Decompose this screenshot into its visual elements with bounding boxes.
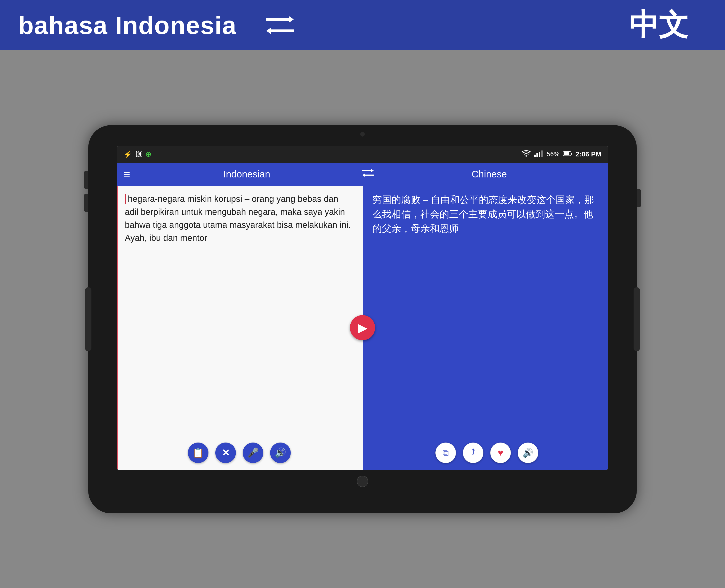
target-panel: 穷国的腐败 – 自由和公平的态度来改变这个国家，那么我相信，社会的三个主要成员可… <box>363 186 608 470</box>
text-cursor <box>125 194 126 204</box>
source-text[interactable]: hegara-negara miskin korupsi – orang yan… <box>125 192 354 438</box>
copy-icon: ⧉ <box>443 448 449 458</box>
main-area: ⚡ 🖼 ⊕ <box>0 50 725 588</box>
svg-rect-5 <box>539 152 540 157</box>
translate-fab-icon: ▶ <box>358 320 367 335</box>
target-speaker-button[interactable]: 🔊 <box>518 443 538 463</box>
svg-rect-6 <box>541 150 543 157</box>
mic-icon: 🎤 <box>247 447 259 458</box>
source-actions: 📋 ✕ 🎤 🔊 <box>125 438 354 465</box>
status-bar: ⚡ 🖼 ⊕ <box>117 146 608 163</box>
banner-swap-icon[interactable] <box>264 13 296 38</box>
share-button[interactable]: ⤴ <box>463 443 483 463</box>
top-banner: bahasa Indonesia 中文 <box>0 0 725 50</box>
clipboard-icon: 📋 <box>193 447 204 458</box>
source-speaker-button[interactable]: 🔊 <box>270 443 291 463</box>
front-camera <box>360 132 365 136</box>
share-icon: ⤴ <box>471 448 475 458</box>
signal-icon <box>534 150 543 159</box>
battery-percent: 56% <box>547 150 560 158</box>
usb-icon: ⚡ <box>124 150 132 158</box>
power-button[interactable] <box>637 189 641 207</box>
home-button[interactable] <box>357 476 368 487</box>
mic-button[interactable]: 🎤 <box>243 443 263 463</box>
clear-icon: ✕ <box>222 447 230 458</box>
heart-icon: ♥ <box>498 447 503 458</box>
source-speaker-icon: 🔊 <box>275 447 286 458</box>
tablet-screen: ⚡ 🖼 ⊕ <box>117 146 608 470</box>
app-bar: ≡ Indonesian Chinese <box>117 163 608 186</box>
svg-rect-9 <box>571 153 572 154</box>
svg-rect-4 <box>537 153 538 157</box>
favorite-button[interactable]: ♥ <box>490 443 511 463</box>
copy-button[interactable]: ⧉ <box>436 443 456 463</box>
svg-rect-8 <box>564 152 569 155</box>
volume-up-button[interactable] <box>84 171 88 189</box>
translation-area: hegara-negara miskin korupsi – orang yan… <box>117 186 608 470</box>
notification-icon: ⊕ <box>145 150 152 159</box>
app-bar-source-lang[interactable]: Indonesian <box>135 169 359 180</box>
clipboard-button[interactable]: 📋 <box>188 443 208 463</box>
status-right-icons: 56% 2:06 PM <box>522 150 601 159</box>
svg-marker-10 <box>371 169 374 172</box>
tablet-bottom <box>357 470 368 493</box>
banner-source-lang: bahasa Indonesia <box>18 11 237 40</box>
svg-marker-0 <box>289 16 294 23</box>
status-left-icons: ⚡ 🖼 ⊕ <box>124 150 152 159</box>
app-bar-target-lang[interactable]: Chinese <box>377 169 601 180</box>
translate-fab[interactable]: ▶ <box>350 315 375 340</box>
target-actions: ⧉ ⤴ ♥ 🔊 <box>372 438 602 465</box>
time-display: 2:06 PM <box>576 150 601 158</box>
banner-target-lang: 中文 <box>629 5 688 45</box>
tablet-frame: ⚡ 🖼 ⊕ <box>88 125 637 513</box>
svg-marker-11 <box>362 173 365 177</box>
target-speaker-icon: 🔊 <box>523 448 533 458</box>
volume-down-button[interactable] <box>84 194 88 212</box>
wifi-icon <box>522 150 531 159</box>
source-panel: hegara-negara miskin korupsi – orang yan… <box>117 186 363 470</box>
app-bar-swap-icon[interactable] <box>359 167 377 181</box>
menu-icon[interactable]: ≡ <box>124 168 130 181</box>
clear-button[interactable]: ✕ <box>215 443 236 463</box>
target-text: 穷国的腐败 – 自由和公平的态度来改变这个国家，那么我相信，社会的三个主要成员可… <box>372 192 602 438</box>
svg-marker-1 <box>266 28 271 34</box>
photo-icon: 🖼 <box>136 150 142 158</box>
svg-point-2 <box>525 155 527 156</box>
battery-icon <box>563 150 572 158</box>
svg-rect-3 <box>534 154 536 157</box>
